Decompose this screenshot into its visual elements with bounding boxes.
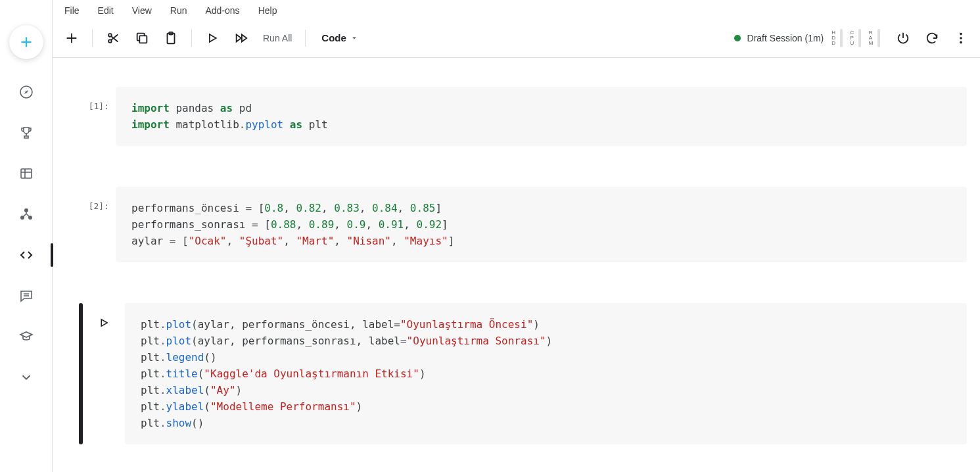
menu-view[interactable]: View bbox=[132, 5, 152, 16]
menu-run[interactable]: Run bbox=[170, 5, 187, 16]
play-icon bbox=[206, 32, 219, 45]
add-cell-button[interactable] bbox=[59, 26, 84, 51]
network-icon bbox=[18, 206, 34, 222]
sidebar-item-competitions[interactable] bbox=[12, 118, 41, 147]
power-icon bbox=[896, 31, 910, 45]
create-button[interactable] bbox=[9, 25, 43, 59]
menu-help[interactable]: Help bbox=[258, 5, 277, 16]
code-cell[interactable]: plt.plot(aylar, performans_öncesi, label… bbox=[125, 303, 967, 444]
sidebar-item-datasets[interactable] bbox=[12, 159, 41, 188]
svg-point-2 bbox=[24, 209, 27, 212]
clipboard-icon bbox=[164, 31, 178, 45]
code-content[interactable]: plt.plot(aylar, performans_öncesi, label… bbox=[141, 316, 951, 431]
run-all-button[interactable]: Run All bbox=[258, 33, 297, 43]
svg-rect-1 bbox=[21, 169, 32, 178]
chevron-down-icon bbox=[19, 370, 34, 385]
fast-forward-icon bbox=[234, 31, 248, 45]
session-status[interactable]: Draft Session (1m) H D D C P U R A M bbox=[734, 29, 880, 47]
power-button[interactable] bbox=[891, 26, 916, 51]
menu-file[interactable]: File bbox=[64, 5, 80, 16]
sidebar-item-discussions[interactable] bbox=[12, 281, 41, 310]
cell-type-dropdown[interactable]: Code bbox=[314, 32, 363, 43]
cell-3[interactable]: plt.plot(aylar, performans_öncesi, label… bbox=[79, 303, 967, 444]
refresh-icon bbox=[925, 31, 939, 45]
cut-button[interactable] bbox=[101, 26, 126, 51]
sidebar-item-models[interactable] bbox=[12, 200, 41, 229]
trophy-icon bbox=[18, 125, 34, 141]
sidebar-item-code[interactable] bbox=[12, 241, 41, 270]
hdd-meter bbox=[840, 29, 843, 47]
fast-forward-button[interactable] bbox=[229, 26, 254, 51]
cell-2[interactable]: [2]: performans_öncesi = [0.8, 0.82, 0.8… bbox=[79, 187, 967, 262]
menu-addons[interactable]: Add-ons bbox=[205, 5, 239, 16]
separator bbox=[305, 30, 306, 47]
graduation-cap-icon bbox=[18, 329, 34, 344]
svg-point-12 bbox=[960, 41, 962, 43]
left-sidebar bbox=[0, 0, 53, 472]
svg-point-11 bbox=[960, 37, 962, 39]
separator bbox=[92, 30, 93, 47]
sidebar-item-more[interactable] bbox=[12, 363, 41, 392]
run-cell-button[interactable] bbox=[200, 26, 225, 51]
code-content[interactable]: import pandas as pd import matplotlib.py… bbox=[131, 100, 951, 133]
svg-point-5 bbox=[108, 39, 112, 43]
play-icon bbox=[98, 317, 110, 329]
run-cell-button[interactable] bbox=[96, 315, 112, 331]
plus-icon bbox=[64, 31, 79, 45]
cell-prompt: [2]: bbox=[83, 187, 116, 211]
sidebar-item-learn[interactable] bbox=[12, 322, 41, 351]
menubar: File Edit View Run Add-ons Help bbox=[53, 3, 980, 18]
cell-1[interactable]: [1]: import pandas as pd import matplotl… bbox=[79, 87, 967, 146]
svg-rect-7 bbox=[139, 35, 147, 43]
more-options-button[interactable] bbox=[948, 26, 973, 51]
paste-button[interactable] bbox=[158, 26, 183, 51]
more-vertical-icon bbox=[954, 31, 968, 45]
code-icon bbox=[18, 247, 34, 263]
code-cell[interactable]: performans_öncesi = [0.8, 0.82, 0.83, 0.… bbox=[116, 187, 967, 262]
notebook-area[interactable]: [1]: import pandas as pd import matplotl… bbox=[53, 58, 980, 472]
cpu-label: C P U bbox=[851, 30, 854, 46]
copy-icon bbox=[135, 31, 149, 45]
caret-down-icon bbox=[350, 34, 358, 42]
sidebar-item-explore[interactable] bbox=[12, 78, 41, 106]
menu-edit[interactable]: Edit bbox=[98, 5, 114, 16]
hdd-label: H D D bbox=[831, 30, 835, 46]
cell-type-label: Code bbox=[321, 32, 346, 43]
svg-point-6 bbox=[108, 34, 112, 37]
status-dot-icon bbox=[734, 35, 741, 41]
separator bbox=[191, 30, 192, 47]
code-content[interactable]: performans_öncesi = [0.8, 0.82, 0.83, 0.… bbox=[131, 200, 951, 249]
table-icon bbox=[18, 166, 34, 181]
status-text: Draft Session (1m) bbox=[747, 33, 824, 43]
copy-button[interactable] bbox=[129, 26, 154, 51]
toolbar: Run All Code Draft Session (1m) H D D C … bbox=[53, 18, 980, 58]
svg-point-10 bbox=[960, 32, 962, 35]
ram-label: R A M bbox=[869, 30, 874, 46]
comment-icon bbox=[18, 288, 34, 304]
cpu-meter bbox=[858, 29, 861, 47]
plus-icon bbox=[18, 34, 35, 51]
scissors-icon bbox=[106, 31, 120, 45]
active-marker bbox=[51, 243, 53, 267]
code-cell[interactable]: import pandas as pd import matplotlib.py… bbox=[116, 87, 967, 146]
ram-meter bbox=[877, 29, 880, 47]
restart-button[interactable] bbox=[920, 26, 945, 51]
cell-prompt: [1]: bbox=[83, 87, 116, 111]
compass-icon bbox=[18, 84, 34, 100]
